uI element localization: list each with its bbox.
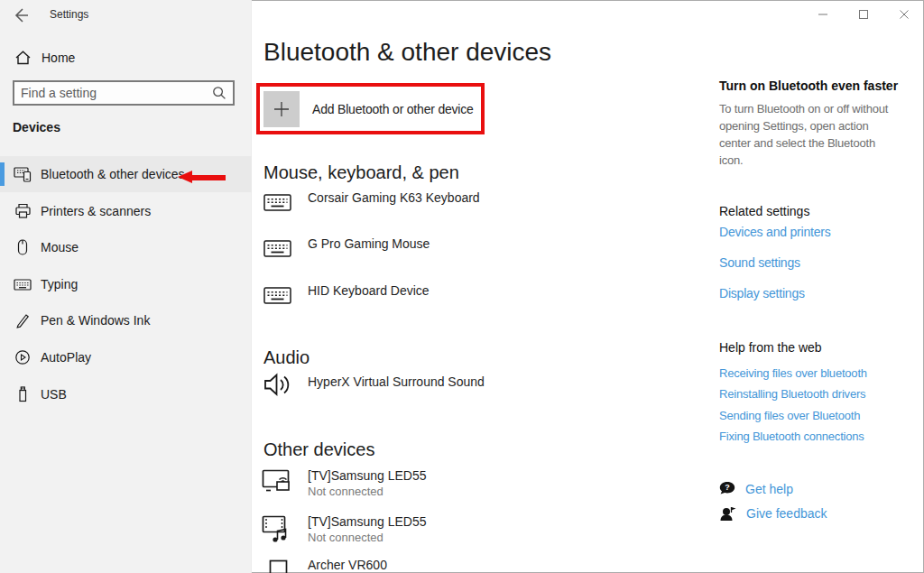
section-heading-audio: Audio — [263, 347, 310, 368]
settings-window: Settings Home Devices — [0, 0, 924, 573]
speaker-icon — [263, 371, 291, 399]
device-name[interactable]: HyperX Virtual Surround Sound — [308, 374, 485, 389]
sidebar-item-label: Mouse — [41, 240, 79, 254]
sidebar-item-label: AutoPlay — [41, 350, 91, 365]
home-icon — [14, 50, 32, 66]
close-icon — [899, 9, 910, 20]
get-help-icon: ? — [718, 481, 736, 497]
sidebar-item-label: Printers & scanners — [41, 204, 151, 218]
device-name[interactable]: [TV]Samsung LED55 — [308, 514, 427, 529]
mouse-icon — [14, 238, 32, 256]
tip-body-line: To turn Bluetooth on or off without — [719, 100, 888, 117]
wireless-display-icon — [262, 469, 296, 496]
device-name[interactable]: Archer VR600 — [308, 558, 387, 572]
devices-icon — [14, 165, 32, 183]
link-receiving-files[interactable]: Receiving files over bluetooth — [719, 366, 867, 380]
link-sending-files[interactable]: Sending files over Bluetooth — [719, 409, 860, 422]
sidebar-item-mouse[interactable]: Mouse — [0, 229, 252, 265]
device-name[interactable]: Corsair Gaming K63 Keyboard — [308, 190, 480, 205]
get-help-row[interactable]: ? Get help — [718, 481, 793, 497]
media-device-icon — [262, 515, 296, 543]
back-arrow-icon — [12, 5, 32, 25]
search-input[interactable] — [14, 86, 212, 100]
annotation-arrow-head — [178, 171, 192, 183]
usb-icon — [14, 385, 32, 403]
sidebar-item-label: Bluetooth & other devices — [41, 167, 185, 181]
give-feedback-icon — [719, 505, 737, 522]
device-status: Not connected — [308, 485, 383, 498]
give-feedback-label: Give feedback — [746, 506, 827, 521]
window-controls — [802, 0, 924, 29]
tip-heading: Turn on Bluetooth even faster — [719, 79, 898, 93]
annotation-arrow-bar — [191, 175, 226, 180]
sidebar-section-label: Devices — [13, 120, 60, 134]
minimize-icon — [818, 9, 828, 20]
close-button[interactable] — [883, 0, 924, 29]
maximize-button[interactable] — [843, 0, 883, 29]
add-device-button-label: Add Bluetooth or other device — [312, 102, 474, 116]
device-name[interactable]: G Pro Gaming Mouse — [308, 236, 430, 251]
page-title: Bluetooth & other devices — [263, 38, 551, 67]
related-settings-heading: Related settings — [719, 204, 809, 218]
search-icon[interactable] — [212, 86, 226, 100]
device-name[interactable]: [TV]Samsung LED55 — [308, 468, 427, 483]
printer-icon — [14, 202, 32, 220]
help-from-web-heading: Help from the web — [719, 340, 822, 355]
window-title: Settings — [50, 8, 88, 21]
maximize-icon — [858, 9, 869, 20]
link-reinstalling-drivers[interactable]: Reinstalling Bluetooth drivers — [719, 387, 865, 401]
autoplay-icon — [14, 348, 32, 366]
keyboard-device-icon — [263, 194, 291, 212]
sidebar-item-printers-scanners[interactable]: Printers & scanners — [0, 193, 252, 229]
keyboard-device-icon — [263, 240, 291, 258]
sidebar: Settings Home Devices — [0, 0, 252, 573]
svg-text:?: ? — [725, 483, 730, 492]
back-button[interactable] — [12, 5, 32, 25]
tip-body: To turn Bluetooth on or off without open… — [719, 100, 888, 169]
device-name[interactable]: HID Keyboard Device — [308, 283, 430, 298]
sidebar-home-label: Home — [42, 51, 75, 65]
sidebar-item-pen-windows-ink[interactable]: Pen & Windows Ink — [0, 302, 252, 338]
annotation-red-box: Add Bluetooth or other device — [256, 83, 485, 134]
minimize-button[interactable] — [802, 0, 843, 29]
search-box — [13, 80, 235, 106]
plus-icon — [263, 91, 300, 127]
get-help-label: Get help — [745, 482, 793, 496]
sidebar-item-label: Pen & Windows Ink — [41, 313, 150, 328]
sidebar-item-label: USB — [41, 387, 67, 402]
sidebar-item-home[interactable]: Home — [0, 43, 252, 72]
section-heading-mouse-keyboard-pen: Mouse, keyboard, & pen — [263, 162, 459, 183]
tip-body-line: opening Settings, open action — [719, 117, 888, 134]
link-devices-and-printers[interactable]: Devices and printers — [719, 225, 831, 239]
keyboard-icon — [14, 275, 32, 293]
sidebar-item-usb[interactable]: USB — [0, 376, 252, 412]
device-status: Not connected — [308, 531, 383, 544]
link-fixing-connections[interactable]: Fixing Bluetooth connections — [719, 430, 864, 443]
router-device-icon — [269, 559, 289, 573]
sidebar-item-typing[interactable]: Typing — [0, 266, 252, 302]
link-sound-settings[interactable]: Sound settings — [719, 255, 800, 270]
tip-body-line: center and select the Bluetooth — [719, 134, 888, 152]
sidebar-item-autoplay[interactable]: AutoPlay — [0, 339, 252, 375]
sidebar-item-label: Typing — [41, 277, 78, 291]
add-bluetooth-device-button[interactable]: Add Bluetooth or other device — [260, 87, 481, 131]
link-display-settings[interactable]: Display settings — [719, 286, 805, 300]
pen-icon — [14, 311, 32, 329]
keyboard-device-icon — [263, 287, 291, 305]
section-heading-other-devices: Other devices — [263, 439, 374, 460]
give-feedback-row[interactable]: Give feedback — [719, 505, 827, 522]
annotation-red-arrow — [178, 171, 226, 184]
tip-body-line: icon. — [719, 152, 888, 169]
